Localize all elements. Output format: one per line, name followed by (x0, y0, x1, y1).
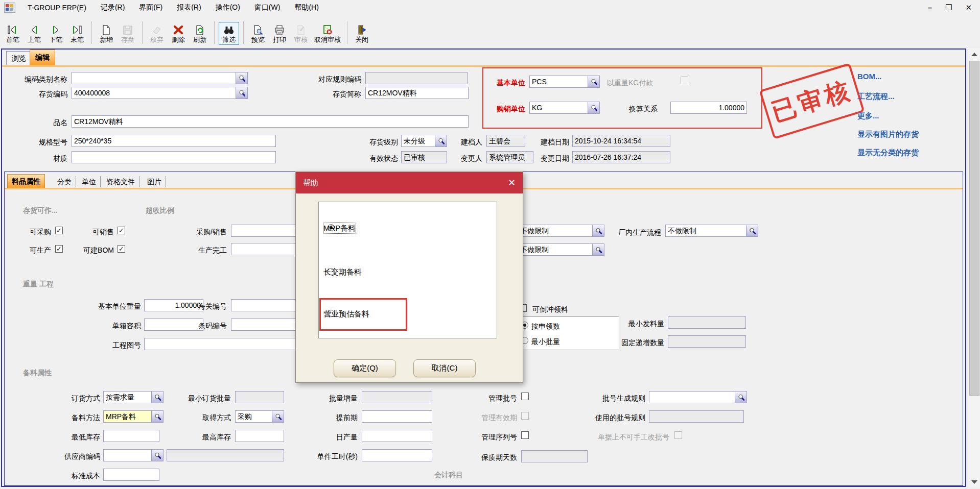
lookup-icon[interactable] (236, 87, 247, 99)
lead-time-label: 提前期 (329, 413, 358, 422)
prev-record-button[interactable]: 上笔 (24, 22, 44, 45)
min-stock-field[interactable] (103, 430, 159, 442)
item-code-field[interactable]: 400400008 (72, 87, 248, 99)
order-mode-field[interactable]: 按需求量 (103, 391, 164, 403)
create-date-field: 2015-10-24 16:34:54 (572, 135, 670, 147)
lookup-icon[interactable] (735, 392, 746, 403)
lookup-icon[interactable] (588, 76, 599, 87)
material-field[interactable] (72, 151, 276, 163)
menu-report[interactable]: 报表(R) (170, 3, 208, 12)
lead-time-field[interactable] (362, 410, 432, 423)
filter-button[interactable]: 筛选 (219, 22, 239, 45)
subtab-item-attributes[interactable]: 料品属性 (7, 174, 45, 188)
new-button[interactable]: 新增 (96, 22, 116, 45)
tab-edit[interactable]: 编辑 (30, 50, 55, 65)
daily-output-field[interactable] (362, 430, 432, 442)
lookup-icon[interactable] (151, 450, 163, 461)
link-more[interactable]: 更多... (857, 111, 879, 121)
first-record-button[interactable]: 首笔 (3, 22, 23, 45)
next-record-button[interactable]: 下笔 (45, 22, 66, 45)
restriction-field-2[interactable]: 不做限制 (518, 243, 604, 256)
preview-button[interactable]: 预览 (248, 22, 268, 45)
manage-lot-checkbox[interactable] (521, 393, 529, 400)
supplier-field[interactable] (103, 449, 164, 461)
item-abbr-label: 存货简称 (299, 89, 361, 99)
close-form-button[interactable]: 关闭 (352, 22, 372, 45)
link-show-with-images[interactable]: 显示有图片的存货 (857, 130, 919, 139)
minimize-button[interactable]: – (928, 3, 932, 12)
fixed-increment-label: 固定递增数量 (615, 338, 664, 347)
scroll-down-icon[interactable] (968, 476, 980, 487)
scroll-up-icon[interactable] (968, 48, 980, 60)
base-unit-field[interactable]: PCS (529, 76, 600, 88)
by-request-label: 按申领数 (531, 322, 582, 331)
tab-browse[interactable]: 浏览 (6, 51, 32, 65)
subtab-images[interactable]: 图片 (143, 176, 166, 187)
purchasable-checkbox[interactable] (55, 227, 63, 234)
factory-flow-field[interactable]: 不做限制 (665, 225, 758, 237)
manage-expiry-checkbox (521, 412, 529, 420)
menu-record[interactable]: 记录(R) (94, 3, 132, 12)
restore-button[interactable]: ❐ (945, 3, 952, 12)
subtab-qualification[interactable]: 资格文件 (102, 176, 139, 187)
lookup-icon[interactable] (151, 392, 163, 403)
prep-method-field[interactable]: MRP备料 (103, 410, 164, 423)
lookup-icon[interactable] (746, 225, 758, 236)
std-cost-field[interactable] (103, 469, 159, 481)
lookup-icon[interactable] (435, 135, 447, 146)
spec-field[interactable]: 250*240*35 (72, 135, 276, 147)
product-name-field[interactable]: CR12MOV精料 (72, 115, 469, 128)
conversion-field[interactable]: 1.00000 (670, 102, 747, 114)
delete-x-icon (172, 23, 184, 36)
lookup-icon[interactable] (236, 72, 247, 84)
close-window-button[interactable]: ✕ (965, 3, 972, 12)
link-bom[interactable]: BOM... (857, 72, 882, 81)
subtab-classification[interactable]: 分类 (53, 176, 76, 187)
level-field[interactable]: 未分级 (401, 135, 447, 147)
dialog-cancel-button[interactable]: 取消(C) (413, 359, 476, 377)
dialog-titlebar[interactable]: 帮助 ✕ (296, 172, 523, 193)
link-show-unclassified[interactable]: 显示无分类的存货 (857, 148, 919, 158)
menu-window[interactable]: 窗口(W) (247, 3, 288, 12)
menu-interface[interactable]: 界面(F) (132, 3, 170, 12)
batch-increment-field (362, 391, 432, 403)
dialog-close-icon[interactable]: ✕ (508, 177, 516, 188)
lot-rule-field[interactable] (649, 391, 747, 403)
creator-field: 王碧会 (486, 135, 525, 147)
lookup-icon[interactable] (588, 102, 599, 113)
erp-window: T-GROUP ERP(E) 记录(R) 界面(F) 报表(R) 操作(O) 窗… (0, 0, 980, 489)
max-stock-field[interactable] (235, 430, 284, 442)
menu-app[interactable]: T-GROUP ERP(E) (20, 4, 94, 12)
link-process-flow[interactable]: 工艺流程... (857, 92, 895, 102)
dialog-option-long-lead[interactable]: 长交期备料 (323, 267, 362, 277)
no-manual-lot-checkbox (674, 431, 682, 439)
lookup-icon[interactable] (592, 244, 604, 255)
acquire-field[interactable]: 采购 (235, 410, 284, 423)
restriction-field-1[interactable]: 不做限制 (518, 225, 604, 237)
delete-button[interactable]: 删除 (168, 22, 189, 45)
manage-serial-checkbox[interactable] (521, 431, 529, 439)
unit-hours-field[interactable] (362, 449, 432, 461)
menu-help[interactable]: 帮助(H) (287, 3, 325, 12)
refresh-button[interactable]: 刷新 (190, 22, 210, 45)
lookup-icon[interactable] (592, 225, 604, 236)
menu-operation[interactable]: 操作(O) (208, 3, 247, 12)
acquire-label: 取得方式 (188, 413, 231, 422)
cancel-audit-button[interactable]: 取消审核 (312, 22, 343, 45)
lookup-icon[interactable] (272, 411, 284, 422)
daily-output-label: 日产量 (329, 432, 358, 442)
bom-checkbox[interactable] (118, 245, 125, 253)
trade-unit-field[interactable]: KG (529, 102, 600, 114)
print-button[interactable]: 打印 (269, 22, 290, 45)
lookup-icon[interactable] (151, 411, 163, 422)
dialog-ok-button[interactable]: 确定(Q) (334, 359, 396, 377)
producible-checkbox[interactable] (55, 245, 63, 253)
coding-type-field[interactable] (72, 72, 248, 84)
subtab-units[interactable]: 单位 (78, 176, 101, 187)
last-record-button[interactable]: 末笔 (67, 22, 87, 45)
vertical-scrollbar[interactable] (968, 48, 980, 487)
sellable-checkbox[interactable] (118, 227, 125, 234)
item-abbr-field[interactable]: CR12MOV精料 (365, 87, 469, 99)
dialog-option-mrp[interactable]: MRP备料 (323, 223, 356, 233)
scrollbar-thumb[interactable] (969, 61, 979, 396)
